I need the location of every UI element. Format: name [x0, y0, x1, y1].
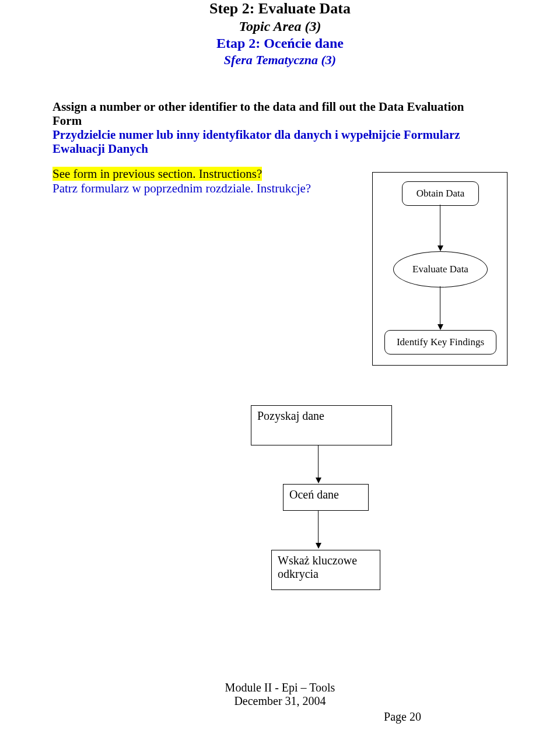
ref-pl: Patrz formularz w poprzednim rozdziale. … [52, 181, 311, 195]
node-pozyskaj-dane: Pozyskaj dane [251, 405, 392, 445]
assign-en-line1: Assign a number or other identifier to t… [52, 100, 508, 114]
footer-module: Module II - Epi – Tools [0, 681, 560, 694]
arrow-head-icon [438, 324, 443, 330]
ref-en: See form in previous section. Instructio… [52, 167, 262, 181]
node-ocen-dane: Oceń dane [283, 484, 369, 511]
arrow-head-icon [316, 478, 321, 483]
node-evaluate-data: Evaluate Data [393, 251, 488, 287]
page-footer: Module II - Epi – Tools December 31, 200… [0, 681, 560, 724]
arrow-icon [318, 511, 318, 543]
node-wskaz-odkrycia: Wskaż kluczowe odkrycia [271, 550, 380, 590]
arrow-icon [440, 205, 440, 245]
assign-en-line2: Form [52, 114, 508, 128]
topic-en: Topic Area (3) [52, 19, 508, 34]
diagram-pl: Pozyskaj dane Oceń dane Wskaż kluczowe o… [251, 405, 402, 598]
assign-pl-line1: Przydzielcie numer lub inny identyfikato… [52, 128, 508, 142]
arrow-icon [440, 286, 440, 324]
node-obtain-data: Obtain Data [402, 181, 479, 206]
footer-date: December 31, 2004 [0, 694, 560, 708]
arrow-icon [318, 445, 318, 478]
page-heading: Step 2: Evaluate Data Topic Area (3) Eta… [52, 0, 508, 68]
title-en: Step 2: Evaluate Data [52, 0, 508, 17]
footer-page-number: Page 20 [245, 710, 560, 724]
diagram-en: Obtain Data Evaluate Data Identify Key F… [372, 172, 508, 366]
title-pl: Etap 2: Oceńcie dane [52, 36, 508, 51]
topic-pl: Sfera Tematyczna (3) [52, 52, 508, 68]
arrow-head-icon [316, 543, 321, 549]
assign-pl-line2: Ewaluacji Danych [52, 142, 508, 156]
node-identify-findings: Identify Key Findings [384, 330, 496, 355]
arrow-head-icon [438, 245, 443, 251]
